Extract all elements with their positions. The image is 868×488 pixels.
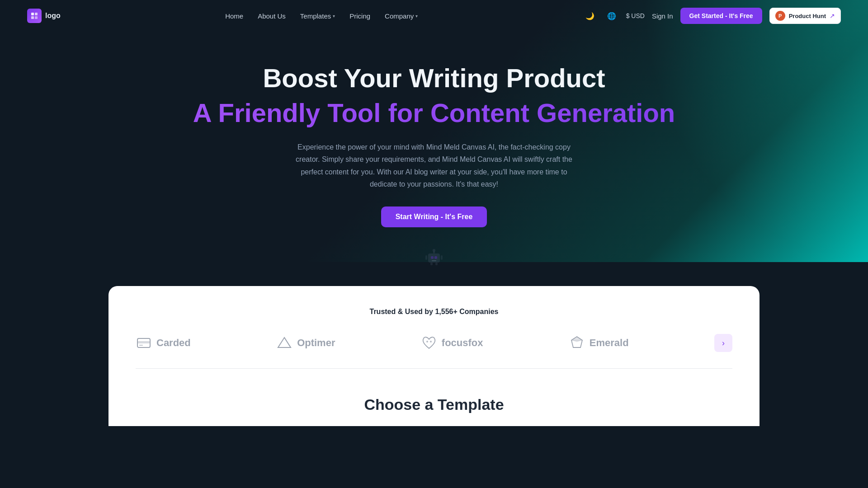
- company-chevron: ▾: [415, 14, 418, 19]
- logo-text: logo: [45, 12, 61, 20]
- divider: [136, 368, 732, 369]
- hero-title-line2: A Friendly Tool for Content Generation: [9, 97, 859, 129]
- company-optimer: Optimer: [276, 335, 335, 351]
- svg-rect-11: [441, 255, 443, 260]
- svg-line-18: [284, 338, 291, 347]
- choose-template-title: Choose a Template: [136, 396, 732, 413]
- company-carded: Carded: [136, 335, 191, 351]
- robot-icon: [423, 245, 445, 268]
- svg-rect-2: [31, 16, 34, 19]
- svg-rect-1: [35, 13, 38, 15]
- emerald-label: Emerald: [590, 337, 629, 349]
- carded-icon: [136, 335, 152, 351]
- company-focusfox: focusfox: [421, 335, 483, 351]
- svg-point-9: [433, 249, 435, 252]
- svg-rect-3: [35, 16, 38, 19]
- company-emerald: Emerald: [569, 335, 629, 351]
- focusfox-icon: [421, 335, 437, 351]
- svg-point-20: [430, 341, 432, 343]
- nav-actions: 🌙 🌐 $ USD Sign In Get Started - It's Fre…: [583, 8, 841, 24]
- svg-marker-17: [278, 338, 291, 347]
- get-started-button[interactable]: Get Started - It's Free: [680, 8, 762, 24]
- currency-selector[interactable]: $ USD: [626, 12, 645, 19]
- logo[interactable]: logo: [27, 9, 61, 23]
- dark-mode-toggle[interactable]: 🌙: [583, 9, 597, 23]
- logo-icon: [27, 9, 42, 23]
- language-toggle[interactable]: 🌐: [604, 9, 619, 23]
- nav-pricing[interactable]: Pricing: [349, 12, 370, 20]
- svg-rect-5: [431, 256, 434, 259]
- svg-rect-16: [139, 345, 143, 346]
- start-writing-button[interactable]: Start Writing - It's Free: [381, 206, 487, 227]
- product-hunt-label: Product Hunt: [789, 13, 826, 19]
- moon-icon: 🌙: [585, 12, 594, 20]
- svg-rect-10: [425, 255, 427, 260]
- product-hunt-badge[interactable]: P Product Hunt ↗: [769, 8, 841, 24]
- optimer-label: Optimer: [297, 337, 335, 349]
- optimer-icon: [276, 335, 292, 351]
- next-arrow-icon: ›: [722, 338, 725, 348]
- svg-rect-6: [434, 256, 437, 259]
- templates-chevron: ▾: [333, 14, 335, 19]
- svg-marker-22: [571, 337, 582, 342]
- nav-links: Home About Us Templates ▾ Pricing Compan…: [225, 12, 418, 20]
- navbar: logo Home About Us Templates ▾ Pricing C…: [0, 0, 868, 32]
- svg-rect-7: [432, 260, 436, 261]
- focusfox-label: focusfox: [442, 337, 483, 349]
- hero-title-line1: Boost Your Writing Product: [9, 63, 859, 94]
- bottom-section: Choose a Template: [108, 369, 760, 426]
- product-hunt-arrow: ↗: [830, 12, 835, 19]
- emerald-icon: [569, 335, 585, 351]
- sign-in-button[interactable]: Sign In: [652, 12, 673, 20]
- trusted-title: Trusted & Used by 1,556+ Companies: [136, 308, 732, 316]
- nav-home[interactable]: Home: [225, 12, 243, 20]
- nav-about[interactable]: About Us: [258, 12, 286, 20]
- svg-rect-12: [430, 263, 433, 265]
- globe-icon: 🌐: [607, 12, 616, 20]
- carded-label: Carded: [156, 337, 191, 349]
- hero-section: Boost Your Writing Product A Friendly To…: [0, 32, 868, 286]
- svg-rect-0: [31, 13, 34, 15]
- svg-rect-15: [137, 341, 150, 343]
- robot-container: [9, 245, 859, 268]
- companies-row: Carded Optimer focusfox: [136, 334, 732, 352]
- svg-rect-13: [435, 263, 438, 265]
- product-hunt-logo: P: [775, 11, 785, 21]
- svg-point-19: [426, 341, 428, 343]
- companies-next-button[interactable]: ›: [714, 334, 732, 352]
- nav-company[interactable]: Company ▾: [385, 12, 418, 20]
- nav-templates[interactable]: Templates ▾: [300, 12, 335, 20]
- hero-description: Experience the power of your mind with M…: [294, 141, 574, 190]
